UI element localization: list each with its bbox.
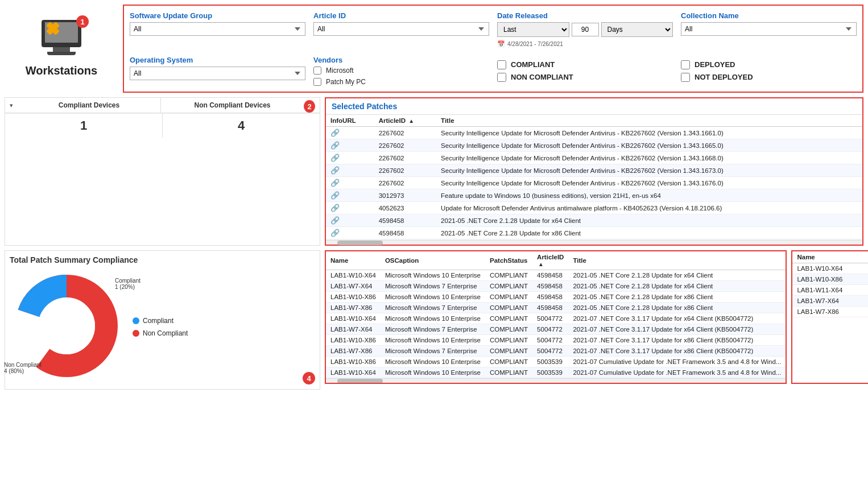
detail-table-wrap[interactable]: Name OSCaption PatchStatus ArticleID ▲ T… <box>326 251 786 378</box>
summary-table-wrap[interactable]: Name Installed Missing LAB1-W10-X64 71 4… <box>792 251 868 317</box>
detail-row[interactable]: LAB1-W10-X86 Microsoft Windows 10 Enterp… <box>326 357 786 367</box>
detail-row[interactable]: LAB1-W10-X64 Microsoft Windows 10 Enterp… <box>326 270 786 281</box>
detail-row[interactable]: LAB1-W10-X64 Microsoft Windows 10 Enterp… <box>326 367 786 378</box>
link-icon: 🔗 <box>330 216 340 225</box>
patch-row[interactable]: 🔗 2267602 Security Intelligence Update f… <box>326 177 862 189</box>
filters-area: Software Update Group All Article ID All… <box>123 5 863 93</box>
summary-col-name: Name <box>792 251 868 263</box>
patches-col-title: Title <box>436 115 862 127</box>
donut-container: Compliant 1 (20%) Non Compliant 4 (80%) <box>10 269 123 384</box>
patch-row[interactable]: 🔗 3012973 Feature update to Windows 10 (… <box>326 189 862 202</box>
detail-title: 2021-07 Cumulative Update for .NET Frame… <box>568 357 786 367</box>
patch-row[interactable]: 🔗 2267602 Security Intelligence Update f… <box>326 152 862 164</box>
patch-infourl[interactable]: 🔗 <box>326 152 374 164</box>
not-deployed-checkbox-item[interactable]: NOT DEPLOYED <box>681 73 857 82</box>
deployed-checkbox-item[interactable]: DEPLOYED <box>681 60 857 69</box>
patch-infourl[interactable]: 🔗 <box>326 164 374 177</box>
detail-os: Microsoft Windows 10 Enterprise <box>381 335 485 346</box>
patch-infourl[interactable]: 🔗 <box>326 177 374 189</box>
vendor-microsoft-checkbox[interactable] <box>313 67 321 75</box>
patch-title: Update for Microsoft Defender Antivirus … <box>436 202 862 214</box>
patch-infourl[interactable]: 🔗 <box>326 202 374 214</box>
detail-name: LAB1-W7-X86 <box>326 346 381 357</box>
monitor-base <box>47 52 76 55</box>
patch-title: Security Intelligence Update for Microso… <box>436 164 862 177</box>
detail-row[interactable]: LAB1-W7-X64 Microsoft Windows 7 Enterpri… <box>326 281 786 292</box>
vendor-microsoft[interactable]: Microsoft <box>313 67 489 75</box>
detail-row[interactable]: LAB1-W10-X86 Microsoft Windows 10 Enterp… <box>326 335 786 346</box>
patch-row[interactable]: 🔗 2267602 Security Intelligence Update f… <box>326 139 862 152</box>
collection-name-filter: Collection Name All <box>679 9 859 50</box>
detail-scroll-hint <box>326 378 786 383</box>
date-hint: 📅 4/28/2021 - 7/26/2021 <box>497 40 673 48</box>
software-update-group-select[interactable]: All <box>130 22 305 36</box>
patch-infourl[interactable]: 🔗 <box>326 139 374 152</box>
os-select[interactable]: All <box>130 67 305 80</box>
software-update-group-label: Software Update Group <box>130 11 305 20</box>
compliant-checkbox[interactable] <box>497 60 506 69</box>
deployed-checkbox[interactable] <box>681 60 690 69</box>
date-released-label: Date Released <box>497 11 673 20</box>
patch-title: Security Intelligence Update for Microso… <box>436 127 862 139</box>
detail-title: 2021-05 .NET Core 2.1.28 Update for x86 … <box>568 292 786 303</box>
patch-title: Security Intelligence Update for Microso… <box>436 139 862 152</box>
summary-row[interactable]: LAB1-W7-X86 52 31 <box>792 307 868 317</box>
vendor-microsoft-label: Microsoft <box>326 67 354 75</box>
patch-row[interactable]: 🔗 4598458 2021-05 .NET Core 2.1.28 Updat… <box>326 227 862 239</box>
non-compliant-checkbox-item[interactable]: NON COMPLIANT <box>497 73 673 82</box>
selected-patches-title: Selected Patches <box>326 98 862 115</box>
monitor-stand <box>53 47 70 52</box>
vendor-patchmypc[interactable]: Patch My PC <box>313 78 489 86</box>
date-preset-select[interactable]: Last Before After <box>497 22 569 37</box>
detail-row[interactable]: LAB1-W10-X86 Microsoft Windows 10 Enterp… <box>326 292 786 303</box>
detail-col-title: Title <box>568 251 786 270</box>
sort-arrow-detail: ▲ <box>538 261 544 267</box>
non-compliant-chart-label: Non Compliant 4 (80%) <box>4 362 42 374</box>
patch-row[interactable]: 🔗 4052623 Update for Microsoft Defender … <box>326 202 862 214</box>
article-id-select[interactable]: All <box>313 22 489 36</box>
detail-name: LAB1-W7-X86 <box>326 303 381 313</box>
patch-row[interactable]: 🔗 2267602 Security Intelligence Update f… <box>326 164 862 177</box>
calendar-icon: 📅 <box>497 40 505 48</box>
detail-status: COMPLIANT <box>485 281 532 292</box>
detail-title: 2021-07 .NET Core 3.1.17 Update for x64 … <box>568 324 786 335</box>
patch-infourl[interactable]: 🔗 <box>326 127 374 139</box>
detail-row[interactable]: LAB1-W7-X86 Microsoft Windows 7 Enterpri… <box>326 303 786 313</box>
dropdown-arrow[interactable]: ▾ <box>5 98 18 113</box>
patch-row[interactable]: 🔗 2267602 Security Intelligence Update f… <box>326 127 862 139</box>
middle-area: ▾ Compliant Devices Non Compliant Device… <box>5 97 863 246</box>
collection-name-select[interactable]: All <box>681 22 857 36</box>
summary-row[interactable]: LAB1-W7-X64 53 32 <box>792 296 868 307</box>
non-compliant-count: 4 <box>163 114 320 138</box>
non-compliant-checkbox[interactable] <box>497 73 506 82</box>
detail-status: COMPLIANT <box>485 303 532 313</box>
detail-row[interactable]: LAB1-W7-X64 Microsoft Windows 7 Enterpri… <box>326 324 786 335</box>
legend-compliant: Compliant <box>133 317 188 325</box>
detail-title: 2021-07 .NET Core 3.1.17 Update for x64 … <box>568 313 786 324</box>
compliant-checkbox-item[interactable]: COMPLIANT <box>497 60 673 69</box>
patch-articleid: 2267602 <box>374 127 436 139</box>
date-unit-select[interactable]: Days Months <box>601 22 673 37</box>
patch-infourl[interactable]: 🔗 <box>326 227 374 239</box>
summary-row[interactable]: LAB1-W10-X86 57 38 <box>792 274 868 285</box>
detail-row[interactable]: LAB1-W7-X86 Microsoft Windows 7 Enterpri… <box>326 346 786 357</box>
vendor-patchmypc-checkbox[interactable] <box>313 78 321 86</box>
link-icon: 🔗 <box>330 204 340 212</box>
patch-infourl[interactable]: 🔗 <box>326 189 374 202</box>
not-deployed-checkbox[interactable] <box>681 73 690 82</box>
logo-area: 1 Workstations <box>5 5 118 93</box>
patch-infourl[interactable]: 🔗 <box>326 214 374 227</box>
summary-row[interactable]: LAB1-W11-X64 1 0 <box>792 285 868 296</box>
link-icon: 🔗 <box>330 179 340 187</box>
detail-row[interactable]: LAB1-W10-X64 Microsoft Windows 10 Enterp… <box>326 313 786 324</box>
chart-title: Total Patch Summary Compliance <box>10 255 315 264</box>
detail-name: LAB1-W10-X86 <box>326 357 381 367</box>
article-id-label: Article ID <box>313 11 489 20</box>
patches-table-scroll[interactable]: InfoURL ArticleID ▲ Title 🔗 2267602 Secu… <box>326 115 862 240</box>
patch-row[interactable]: 🔗 4598458 2021-05 .NET Core 2.1.28 Updat… <box>326 214 862 227</box>
detail-articleid: 5004772 <box>532 346 568 357</box>
patch-articleid: 2267602 <box>374 164 436 177</box>
date-days-input[interactable]: 90 <box>572 23 599 36</box>
detail-name: LAB1-W7-X64 <box>326 324 381 335</box>
summary-row[interactable]: LAB1-W10-X64 71 43 <box>792 263 868 274</box>
